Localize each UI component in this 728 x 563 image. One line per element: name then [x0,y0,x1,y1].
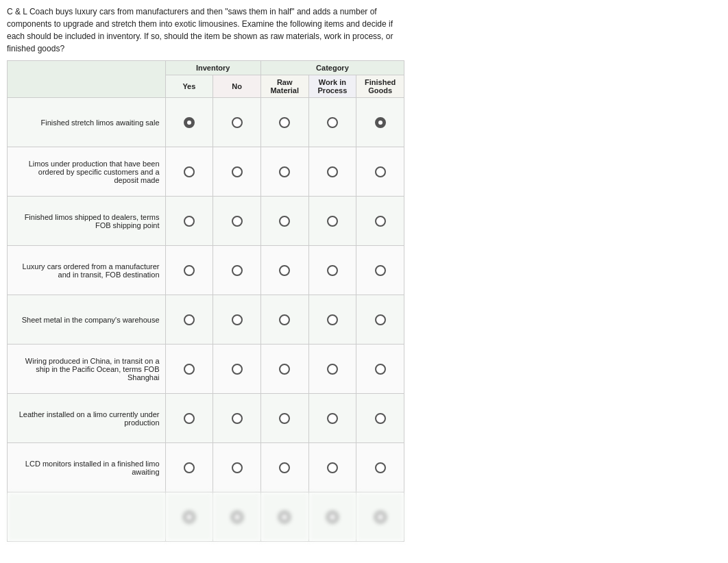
wip-cell[interactable] [308,492,356,542]
yes-radio[interactable] [184,265,195,276]
yes-cell[interactable] [165,197,213,246]
yes-cell[interactable] [165,492,213,542]
wip-cell[interactable] [308,197,356,246]
raw-radio[interactable] [279,117,290,128]
no-radio[interactable] [232,462,243,473]
yes-radio[interactable] [184,166,195,177]
finished-cell[interactable] [356,98,404,147]
row-description: Luxury cars ordered from a manufacturer … [8,246,166,295]
wip-radio[interactable] [327,462,338,473]
finished-radio[interactable] [375,265,386,276]
raw-cell[interactable] [260,492,308,542]
finished-radio[interactable] [375,117,386,128]
no-radio[interactable] [232,216,243,227]
no-cell[interactable] [213,492,261,542]
no-radio[interactable] [232,265,243,276]
raw-radio[interactable] [279,413,290,424]
wip-radio[interactable] [327,512,338,523]
raw-cell[interactable] [260,345,308,394]
raw-radio[interactable] [279,364,290,375]
raw-cell[interactable] [260,197,308,246]
no-cell[interactable] [213,345,261,394]
no-radio[interactable] [232,117,243,128]
wip-radio[interactable] [327,413,338,424]
finished-radio[interactable] [375,314,386,325]
finished-cell[interactable] [356,345,404,394]
no-cell[interactable] [213,443,261,492]
wip-radio[interactable] [327,364,338,375]
finished-cell[interactable] [356,492,404,542]
wip-cell[interactable] [308,295,356,345]
yes-radio[interactable] [184,216,195,227]
raw-radio[interactable] [279,166,290,177]
finished-radio[interactable] [375,512,386,523]
finished-goods-header: Finished Goods [356,75,404,98]
no-cell[interactable] [213,147,261,197]
no-cell[interactable] [213,295,261,345]
yes-cell[interactable] [165,98,213,147]
raw-cell[interactable] [260,147,308,197]
raw-cell[interactable] [260,295,308,345]
table-row: LCD monitors installed in a finished lim… [8,443,404,492]
yes-radio[interactable] [184,314,195,325]
finished-cell[interactable] [356,197,404,246]
raw-radio[interactable] [279,265,290,276]
finished-radio[interactable] [375,413,386,424]
wip-cell[interactable] [308,98,356,147]
wip-radio[interactable] [327,216,338,227]
wip-cell[interactable] [308,345,356,394]
no-cell[interactable] [213,246,261,295]
finished-cell[interactable] [356,443,404,492]
finished-radio[interactable] [375,364,386,375]
yes-cell[interactable] [165,443,213,492]
no-cell[interactable] [213,197,261,246]
row-description: Limos under production that have been or… [8,147,166,197]
table-row: Luxury cars ordered from a manufacturer … [8,246,404,295]
raw-cell[interactable] [260,394,308,443]
wip-radio[interactable] [327,117,338,128]
yes-cell[interactable] [165,147,213,197]
raw-radio[interactable] [279,512,290,523]
finished-cell[interactable] [356,295,404,345]
wip-radio[interactable] [327,265,338,276]
raw-radio[interactable] [279,462,290,473]
finished-cell[interactable] [356,147,404,197]
raw-cell[interactable] [260,443,308,492]
no-cell[interactable] [213,98,261,147]
raw-cell[interactable] [260,246,308,295]
wip-radio[interactable] [327,314,338,325]
yes-cell[interactable] [165,394,213,443]
raw-cell[interactable] [260,98,308,147]
finished-cell[interactable] [356,246,404,295]
finished-radio[interactable] [375,216,386,227]
yes-radio[interactable] [184,117,195,128]
no-cell[interactable] [213,394,261,443]
yes-cell[interactable] [165,295,213,345]
yes-radio[interactable] [184,512,195,523]
wip-cell[interactable] [308,394,356,443]
no-radio[interactable] [232,314,243,325]
no-header: No [213,75,261,98]
finished-radio[interactable] [375,166,386,177]
wip-cell[interactable] [308,246,356,295]
wip-radio[interactable] [327,166,338,177]
raw-material-header: Raw Material [260,75,308,98]
row-description [8,492,166,542]
wip-cell[interactable] [308,443,356,492]
no-radio[interactable] [232,166,243,177]
finished-radio[interactable] [375,462,386,473]
yes-radio[interactable] [184,462,195,473]
yes-header: Yes [165,75,213,98]
wip-cell[interactable] [308,147,356,197]
yes-radio[interactable] [184,364,195,375]
raw-radio[interactable] [279,216,290,227]
raw-radio[interactable] [279,314,290,325]
yes-cell[interactable] [165,246,213,295]
no-radio[interactable] [232,364,243,375]
row-description: Finished stretch limos awaiting sale [8,98,166,147]
yes-cell[interactable] [165,345,213,394]
no-radio[interactable] [232,413,243,424]
yes-radio[interactable] [184,413,195,424]
no-radio[interactable] [232,512,243,523]
finished-cell[interactable] [356,394,404,443]
